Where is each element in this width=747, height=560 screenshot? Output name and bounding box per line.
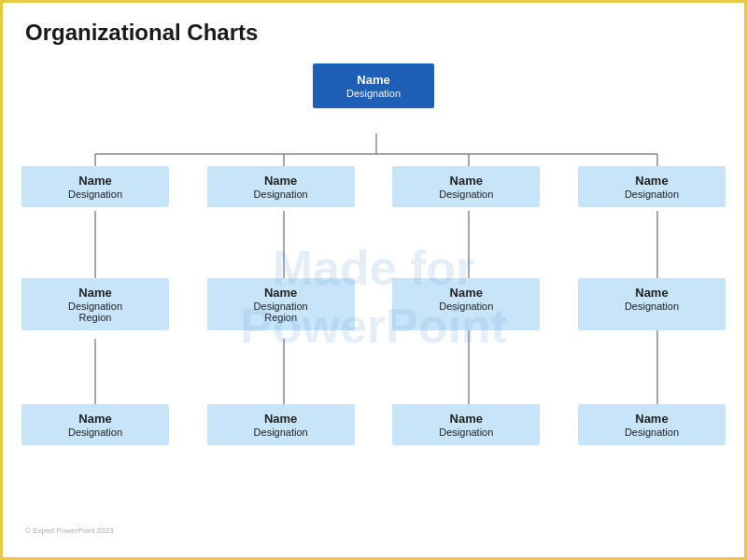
l3-2-desig: Designation [402, 427, 530, 438]
l1-1-name: Name [217, 174, 345, 188]
l3-2-name: Name [402, 412, 530, 426]
list-item: Name Designation [392, 166, 540, 207]
l1-1-desig: Designation [217, 189, 345, 200]
list-item: Name Designation [392, 404, 540, 445]
l3-0-name: Name [31, 412, 160, 426]
l3-1-desig: Designation [217, 427, 345, 438]
l2-1-name: Name [217, 286, 345, 300]
list-item: Name Designation [21, 166, 169, 207]
l1-2-name: Name [402, 174, 530, 188]
root-designation: Designation [326, 88, 421, 99]
l3-1-name: Name [217, 412, 345, 426]
l2-0-line1: Designation [31, 301, 160, 312]
page-title: Organizational Charts [3, 3, 744, 53]
root-name: Name [326, 73, 421, 87]
l3-3-name: Name [587, 412, 716, 426]
l1-2-desig: Designation [402, 189, 530, 200]
chart-area: Made for PowerPoint Name Designation [3, 54, 744, 539]
l1-3-desig: Designation [587, 189, 716, 200]
level2-row: Name Designation Region Name Designation… [21, 278, 726, 330]
list-item: Name Designation [207, 166, 355, 207]
l2-0-name: Name [31, 286, 160, 300]
l1-0-name: Name [31, 174, 160, 188]
root-box: Name Designation [313, 63, 434, 108]
list-item: Name Designation [578, 166, 726, 207]
list-item: Name Designation Region [207, 278, 355, 330]
l2-1-line2: Region [217, 312, 345, 323]
level1-row: Name Designation Name Designation Name D… [21, 166, 726, 207]
l3-3-desig: Designation [587, 427, 716, 438]
list-item: Name Designation [21, 404, 169, 445]
l2-3-line1: Designation [587, 301, 716, 312]
list-item: Name Designation Region [21, 278, 169, 330]
level3-row: Name Designation Name Designation Name D… [21, 404, 726, 445]
l2-1-line1: Designation [217, 301, 345, 312]
l2-2-line1: Designation [402, 301, 530, 312]
list-item: Name Designation [578, 404, 726, 445]
root-row: Name Designation [3, 63, 744, 108]
l2-2-name: Name [402, 286, 530, 300]
l1-0-desig: Designation [31, 189, 160, 200]
list-item: Name Designation [578, 278, 726, 330]
list-item: Name Designation [392, 278, 540, 330]
l1-3-name: Name [587, 174, 716, 188]
list-item: Name Designation [207, 404, 355, 445]
l3-0-desig: Designation [31, 427, 160, 438]
copyright-text: © Expert PowerPoint 2023 [25, 526, 113, 535]
l2-0-line2: Region [31, 312, 160, 323]
l2-3-name: Name [587, 286, 716, 300]
